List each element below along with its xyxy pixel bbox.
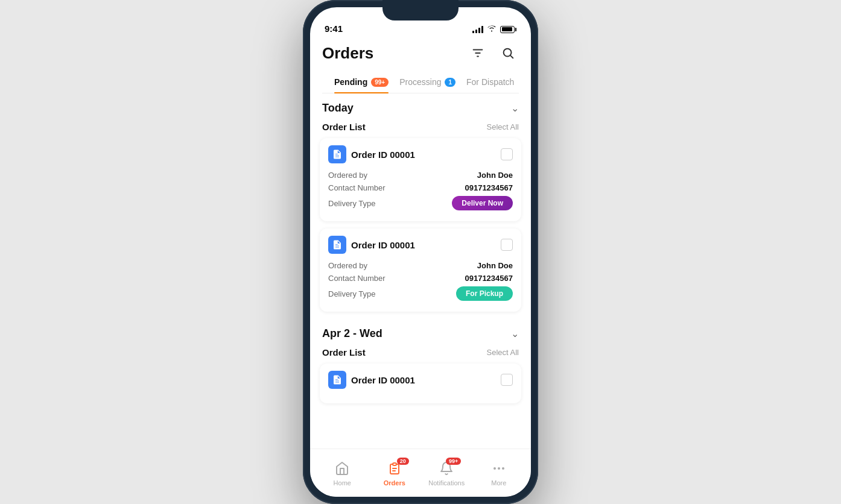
order-2-ordered-by-value: John Doe [477,261,513,270]
today-chevron-icon[interactable]: ⌄ [511,102,519,114]
svg-point-8 [494,468,495,469]
order-checkbox-1[interactable] [501,148,513,160]
apr2-chevron-icon[interactable]: ⌄ [511,328,519,339]
bottom-nav: Home 20 Orders [310,449,531,497]
nav-orders-icon-wrap: 20 [384,460,405,477]
order-card-3-header: Order ID 00001 [328,371,513,389]
order-2-delivery-badge: For Pickup [456,286,513,301]
nav-notifications-badge: 99+ [446,458,461,465]
order-id-row-3: Order ID 00001 [328,371,415,389]
today-section-header: Today ⌄ [310,93,531,121]
order-1-contact-value: 09171234567 [465,183,513,192]
nav-item-more[interactable]: More [473,460,525,487]
order-2-contact-label: Contact Number [328,274,386,283]
app-header: Orders [310,37,531,93]
tab-pending[interactable]: Pending 99+ [334,71,389,93]
tab-dispatch-label: For Dispatch [466,77,514,87]
apr2-section-header: Apr 2 - Wed ⌄ [310,319,531,346]
order-doc-icon-2 [328,236,346,254]
order-card-3[interactable]: Order ID 00001 [320,364,521,403]
search-button[interactable] [497,42,519,64]
order-doc-icon-1 [328,145,346,163]
order-2-ordered-by-label: Ordered by [328,261,367,270]
order-id-text-3: Order ID 00001 [351,375,415,385]
order-card-1[interactable]: Order ID 00001 Ordered by John Doe Conta… [320,138,521,221]
order-id-text-2: Order ID 00001 [351,240,415,250]
apr2-select-all-button[interactable]: Select All [487,348,519,357]
app-content: Orders [310,37,531,497]
order-1-ordered-by-row: Ordered by John Doe [328,171,513,180]
today-select-all-button[interactable]: Select All [487,122,519,131]
order-2-delivery-row: Delivery Type For Pickup [328,286,513,301]
order-1-delivery-label: Delivery Type [328,199,376,208]
page-title: Orders [322,44,373,63]
apr2-order-list-label: Order List [322,347,366,358]
today-order-list-label: Order List [322,122,366,132]
apr2-title: Apr 2 - Wed [322,327,382,340]
tab-pending-label: Pending [334,77,367,87]
order-checkbox-2[interactable] [501,239,513,251]
tab-processing[interactable]: Processing 1 [399,71,455,93]
order-checkbox-3[interactable] [501,374,513,386]
phone-frame: 9:41 [303,0,538,504]
tab-processing-badge: 1 [445,78,455,87]
order-2-delivery-label: Delivery Type [328,289,376,298]
tab-dispatch[interactable]: For Dispatch [466,71,514,93]
header-icons [467,42,519,64]
status-icons [472,25,516,34]
scroll-content: Today ⌄ Order List Select All Order ID [310,93,531,449]
nav-orders-badge: 20 [397,458,409,465]
order-card-2-header: Order ID 00001 [328,236,513,254]
order-id-row-2: Order ID 00001 [328,236,415,254]
order-card-1-header: Order ID 00001 [328,145,513,163]
tab-processing-label: Processing [399,77,441,87]
nav-item-orders[interactable]: 20 Orders [369,460,421,487]
order-1-ordered-by-label: Ordered by [328,171,367,180]
nav-home-icon-wrap [331,460,353,477]
order-1-delivery-badge: Deliver Now [452,196,513,210]
nav-home-label: Home [334,479,351,487]
battery-icon [500,26,516,33]
tabs-row: Pending 99+ Processing 1 For Dispatch [322,71,519,93]
order-id-text-1: Order ID 00001 [351,150,415,160]
svg-point-10 [503,468,504,469]
tab-pending-badge: 99+ [371,78,389,87]
nav-notifications-label: Notifications [428,479,465,487]
nav-more-icon-wrap [488,460,510,477]
apr2-order-list-header: Order List Select All [310,346,531,364]
order-2-ordered-by-row: Ordered by John Doe [328,261,513,270]
nav-item-home[interactable]: Home [316,460,369,487]
svg-rect-5 [393,463,396,465]
order-doc-icon-3 [328,371,346,389]
nav-item-notifications[interactable]: 99+ Notifications [420,460,473,487]
filter-button[interactable] [467,42,489,64]
notch [382,0,459,20]
today-order-list-header: Order List Select All [310,121,531,138]
svg-line-4 [510,55,513,58]
svg-point-9 [498,468,500,469]
wifi-icon [487,25,497,34]
signal-icon [472,26,483,33]
nav-notifications-icon-wrap: 99+ [436,460,457,477]
order-1-ordered-by-value: John Doe [477,171,513,180]
today-title: Today [322,102,354,115]
order-2-contact-row: Contact Number 09171234567 [328,274,513,283]
order-1-delivery-row: Delivery Type Deliver Now [328,196,513,210]
phone-screen: 9:41 [310,7,531,497]
order-1-contact-row: Contact Number 09171234567 [328,183,513,192]
order-card-2[interactable]: Order ID 00001 Ordered by John Doe Conta… [320,228,521,312]
nav-orders-label: Orders [384,479,405,487]
order-1-contact-label: Contact Number [328,183,386,192]
header-row: Orders [322,42,519,64]
nav-more-label: More [491,479,506,487]
order-id-row-1: Order ID 00001 [328,145,415,163]
order-2-contact-value: 09171234567 [465,274,513,283]
status-time: 9:41 [325,24,343,34]
